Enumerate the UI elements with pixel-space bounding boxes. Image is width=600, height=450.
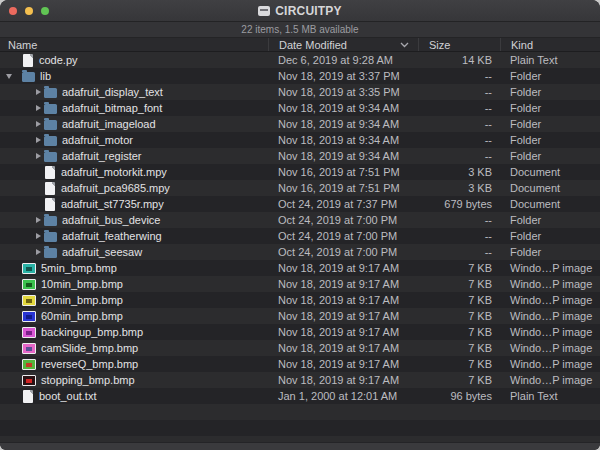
date-modified: Nov 18, 2019 at 9:17 AM [268,374,418,386]
file-name: 5min_bmp.bmp [41,262,117,274]
disclosure-triangle [36,164,44,180]
date-modified: Dec 6, 2019 at 9:28 AM [268,54,418,66]
table-row[interactable]: adafruit_st7735r.mpy Oct 24, 2019 at 7:3… [0,196,600,212]
table-row[interactable]: 10min_bmp.bmp Nov 18, 2019 at 9:17 AM 7 … [0,276,600,292]
file-size: 3 KB [418,182,500,194]
document-icon [45,166,55,179]
disclosure-triangle[interactable] [36,228,44,244]
file-kind: Windo…P image [500,278,600,290]
date-modified: Nov 18, 2019 at 9:17 AM [268,326,418,338]
table-row[interactable]: adafruit_motorkit.mpy Nov 16, 2019 at 7:… [0,164,600,180]
file-size: 7 KB [418,310,500,322]
disclosure-triangle[interactable] [36,148,44,164]
file-size: -- [418,70,500,82]
disclosure-triangle [6,308,22,324]
column-header-kind[interactable]: Kind [500,38,600,51]
folder-icon [44,136,57,146]
table-row[interactable]: stopping_bmp.bmp Nov 18, 2019 at 9:17 AM… [0,372,600,388]
minimize-button[interactable] [25,7,33,15]
file-size: -- [418,214,500,226]
table-row[interactable]: reverseQ_bmp.bmp Nov 18, 2019 at 9:17 AM… [0,356,600,372]
date-modified: Oct 24, 2019 at 7:00 PM [268,246,418,258]
disclosure-triangle[interactable] [36,212,44,228]
close-button[interactable] [9,7,17,15]
table-row[interactable]: adafruit_register Nov 18, 2019 at 9:34 A… [0,148,600,164]
disclosure-triangle[interactable] [36,116,44,132]
date-modified: Nov 18, 2019 at 9:34 AM [268,118,418,130]
file-name: backingup_bmp.bmp [41,326,143,338]
disclosure-triangle [36,196,44,212]
file-size: -- [418,230,500,242]
image-thumbnail-icon [22,327,36,338]
folder-icon [44,104,57,114]
table-row[interactable]: adafruit_bitmap_font Nov 18, 2019 at 9:3… [0,100,600,116]
folder-icon [44,216,57,226]
table-row[interactable]: camSlide_bmp.bmp Nov 18, 2019 at 9:17 AM… [0,340,600,356]
file-size: 14 KB [418,54,500,66]
traffic-lights [9,7,49,15]
table-row[interactable]: lib Nov 18, 2019 at 3:37 PM -- Folder [0,68,600,84]
column-header-name[interactable]: Name [0,38,268,51]
file-kind: Folder [500,70,600,82]
file-name: camSlide_bmp.bmp [41,342,138,354]
file-name: adafruit_featherwing [62,230,162,242]
file-name: adafruit_register [62,150,142,162]
file-name: lib [40,70,51,82]
file-kind: Document [500,182,600,194]
file-name: stopping_bmp.bmp [41,374,135,386]
image-thumbnail-icon [22,311,36,322]
table-row[interactable]: adafruit_bus_device Oct 24, 2019 at 7:00… [0,212,600,228]
sort-chevron-down-icon [400,42,409,48]
disclosure-triangle[interactable] [36,244,44,260]
title-group: CIRCUITPY [258,4,341,18]
window-footer [0,442,600,450]
image-thumbnail-icon [22,375,36,386]
table-row[interactable]: adafruit_motor Nov 18, 2019 at 9:34 AM -… [0,132,600,148]
zoom-button[interactable] [41,7,49,15]
disclosure-triangle [6,388,22,404]
disclosure-triangle [6,276,22,292]
table-row[interactable]: backingup_bmp.bmp Nov 18, 2019 at 9:17 A… [0,324,600,340]
disclosure-triangle[interactable] [6,68,22,84]
folder-icon [44,248,57,258]
disclosure-triangle [36,180,44,196]
column-header-size[interactable]: Size [418,38,500,51]
table-row[interactable]: adafruit_display_text Nov 18, 2019 at 3:… [0,84,600,100]
table-row[interactable]: adafruit_seesaw Oct 24, 2019 at 7:00 PM … [0,244,600,260]
file-kind: Windo…P image [500,342,600,354]
file-name: adafruit_bitmap_font [62,102,162,114]
file-kind: Document [500,198,600,210]
date-modified: Nov 18, 2019 at 9:17 AM [268,358,418,370]
file-size: -- [418,134,500,146]
table-row[interactable]: 20min_bmp.bmp Nov 18, 2019 at 9:17 AM 7 … [0,292,600,308]
date-modified: Nov 18, 2019 at 9:17 AM [268,310,418,322]
document-icon [23,54,33,67]
image-thumbnail-icon [22,263,36,274]
column-header-date-modified[interactable]: Date Modified [268,38,418,51]
table-row[interactable]: adafruit_featherwing Oct 24, 2019 at 7:0… [0,228,600,244]
file-kind: Windo…P image [500,374,600,386]
table-row[interactable]: boot_out.txt Jan 1, 2000 at 12:01 AM 96 … [0,388,600,404]
file-name: boot_out.txt [39,390,97,402]
file-kind: Windo…P image [500,326,600,338]
file-list: code.py Dec 6, 2019 at 9:28 AM 14 KB Pla… [0,52,600,442]
disclosure-triangle[interactable] [36,84,44,100]
table-row[interactable]: 60min_bmp.bmp Nov 18, 2019 at 9:17 AM 7 … [0,308,600,324]
file-kind: Folder [500,118,600,130]
table-row[interactable]: 5min_bmp.bmp Nov 18, 2019 at 9:17 AM 7 K… [0,260,600,276]
file-kind: Windo…P image [500,262,600,274]
disclosure-triangle[interactable] [36,100,44,116]
folder-icon [44,88,57,98]
date-modified: Nov 18, 2019 at 9:34 AM [268,150,418,162]
file-kind: Plain Text [500,54,600,66]
table-row[interactable]: adafruit_imageload Nov 18, 2019 at 9:34 … [0,116,600,132]
drive-icon [258,6,270,16]
date-modified: Jan 1, 2000 at 12:01 AM [268,390,418,402]
table-row[interactable]: adafruit_pca9685.mpy Nov 16, 2019 at 7:5… [0,180,600,196]
file-size: 7 KB [418,262,500,274]
file-name: 60min_bmp.bmp [41,310,123,322]
file-kind: Folder [500,86,600,98]
disclosure-triangle[interactable] [36,132,44,148]
date-modified: Nov 18, 2019 at 9:34 AM [268,102,418,114]
table-row[interactable]: code.py Dec 6, 2019 at 9:28 AM 14 KB Pla… [0,52,600,68]
